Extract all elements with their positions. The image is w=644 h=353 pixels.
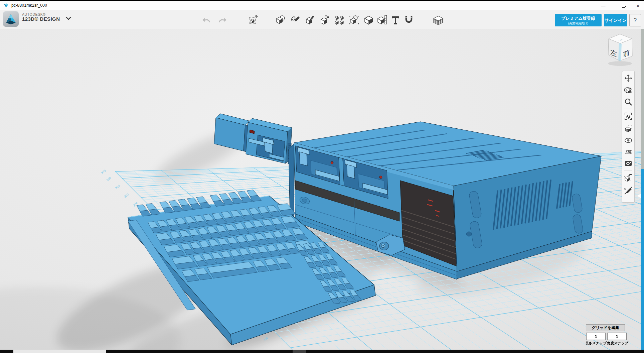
sketch-visibility-tool[interactable] [624, 186, 633, 195]
length-snap-input[interactable] [586, 333, 606, 340]
undo-icon [202, 16, 211, 23]
construct-icon [305, 14, 315, 25]
nav-separator [624, 170, 632, 170]
visibility-tool[interactable] [624, 136, 633, 145]
grid-eye-icon [624, 148, 632, 156]
right-edge-strip-top [641, 29, 644, 169]
pan-icon [625, 75, 632, 82]
signin-button[interactable]: サインイン [604, 14, 627, 26]
tool-measure[interactable] [376, 14, 388, 26]
main-menu-chevron-icon[interactable] [65, 17, 71, 20]
fit-tool[interactable] [624, 112, 633, 121]
toolbar-separator [425, 15, 425, 24]
snap-settings-tool[interactable] [624, 173, 633, 182]
grid-visibility-tool[interactable] [624, 147, 633, 156]
redo-button[interactable] [216, 14, 228, 26]
tool-text[interactable] [389, 14, 401, 26]
view-cube[interactable]: 左 前 上 [601, 30, 641, 68]
tool-material[interactable] [432, 14, 444, 26]
redo-icon [218, 16, 227, 23]
camera-icon [624, 159, 632, 167]
toolbar-separator [238, 15, 238, 24]
pattern-icon [334, 14, 345, 25]
measure-icon [377, 14, 387, 25]
titlebar: pc-8801mk2sr_000 — ✕ [0, 1, 644, 10]
right-edge-strip-bottom [641, 169, 644, 350]
fit-icon [624, 112, 632, 120]
panel-collapse-arrow-icon[interactable] [637, 194, 641, 198]
orbit-icon [624, 86, 632, 94]
pan-tool[interactable] [624, 74, 633, 83]
tool-sketch[interactable] [289, 14, 301, 26]
length-snap-label: 長さスナップ [584, 341, 608, 346]
help-button[interactable]: ? [629, 14, 641, 26]
eye-icon [624, 136, 632, 144]
navigation-toolbar [622, 71, 635, 203]
taskbar-edge[interactable] [0, 350, 644, 353]
modify-icon [319, 14, 330, 25]
sketch-icon [290, 14, 301, 25]
tool-group[interactable] [348, 14, 360, 26]
toolbar: AUTODESK® 123D® DESIGN [0, 10, 644, 29]
premium-signup-button[interactable]: プレミアム版登録 (商業利用向け) [555, 14, 602, 26]
restore-button[interactable] [618, 2, 630, 10]
zoom-tool[interactable] [624, 98, 633, 106]
tool-combine[interactable] [363, 14, 375, 26]
nav-separator [624, 109, 632, 109]
close-button[interactable]: ✕ [632, 2, 644, 10]
app-icon [3, 3, 9, 8]
pencil-slash-icon [624, 186, 633, 195]
group-icon [349, 14, 359, 25]
tool-transform[interactable] [247, 14, 259, 26]
edit-grid-button[interactable]: グリッドを編集 [586, 324, 625, 331]
taskbar-active-app[interactable] [13, 350, 106, 353]
viewport-canvas[interactable]: 375 350 325 300 275 100 [0, 0, 644, 353]
document-title: pc-8801mk2sr_000 [11, 3, 47, 8]
angle-snap-input[interactable] [607, 333, 627, 340]
undo-button[interactable] [200, 14, 212, 26]
magnet-icon [404, 14, 414, 25]
view-mode-icon [624, 124, 632, 132]
brand-text: AUTODESK® 123D® DESIGN [22, 13, 60, 22]
snap-box-icon [624, 173, 633, 182]
view-settings-tool[interactable] [624, 124, 633, 133]
123d-logo-icon [3, 11, 19, 27]
zoom-icon [624, 98, 632, 106]
tool-pattern[interactable] [333, 14, 345, 26]
angle-snap-label: 角度スナップ [606, 341, 629, 346]
primitives-icon [275, 14, 286, 25]
toolbar-separator [268, 15, 268, 24]
tool-snap[interactable] [403, 14, 415, 26]
tool-construct[interactable] [304, 14, 316, 26]
restore-icon [622, 4, 626, 8]
tool-primitives[interactable] [275, 14, 287, 26]
combine-icon [363, 14, 374, 25]
screenshot-tool[interactable] [624, 159, 633, 167]
orbit-tool[interactable] [624, 86, 633, 95]
minimize-button[interactable]: — [598, 2, 609, 10]
transform-icon [248, 14, 259, 25]
text-icon [390, 14, 401, 25]
taskbar-item[interactable] [293, 350, 306, 353]
layers-icon [433, 14, 444, 25]
app-logo[interactable] [3, 11, 19, 27]
tool-modify[interactable] [319, 14, 331, 26]
